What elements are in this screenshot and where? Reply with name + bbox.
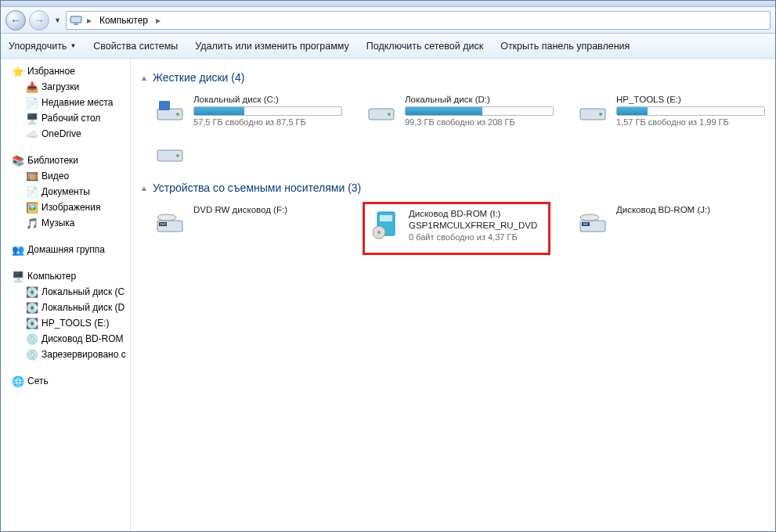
hdd-icon [366,95,397,126]
sidebar-item-video[interactable]: 🎞️Видео [1,168,130,184]
documents-icon: 📄 [26,185,38,198]
drive-e[interactable]: HP_TOOLS (E:) 1,57 ГБ свободно из 1,99 Г… [574,92,762,130]
drive-body: Дисковод BD-ROM (J:) [616,205,759,217]
svg-rect-3 [159,101,170,110]
explorer-window: ← → ▼ ▸ Компьютер ▸ Упорядочить▼ Свойств… [0,0,776,532]
drive-bd-i[interactable]: Дисковод BD-ROM (I:) GSP1RMCULXFRER_RU_D… [363,202,550,255]
toolbar: Упорядочить▼ Свойства системы Удалить ил… [1,34,775,59]
toolbar-label: Удалить или изменить программу [195,41,349,52]
hdd-icon: 💽 [26,317,38,329]
tree-group-homegroup: 👥 Домашняя группа [1,242,130,257]
open-control-panel-button[interactable]: Открыть панель управления [500,41,630,52]
forward-button[interactable]: → [29,10,49,31]
sidebar-item-music[interactable]: 🎵Музыка [1,215,130,231]
map-network-drive-button[interactable]: Подключить сетевой диск [366,41,483,52]
network-header[interactable]: 🌐 Сеть [1,373,130,389]
tree-label: Домашняя группа [27,244,105,255]
bd-drive-icon: BD [577,205,608,236]
section-label: Жесткие диски (4) [153,71,245,84]
libraries-header[interactable]: 📚 Библиотеки [1,153,130,168]
drive-d[interactable]: Локальный диск (D:) 99,3 ГБ свободно из … [363,92,550,130]
svg-rect-0 [70,16,81,23]
sidebar-item-drive-e[interactable]: 💽HP_TOOLS (E:) [1,315,130,331]
drive-c[interactable]: Локальный диск (C:) 57,5 ГБ свободно из … [151,92,339,130]
drive-dvd-f[interactable]: DVD DVD RW дисковод (F:) [151,202,339,255]
sidebar: ⭐ Избранное 📥Загрузки 📄Недавние места 🖥️… [1,59,131,531]
section-removable[interactable]: ▲ Устройства со съемными носителями (3) [140,182,766,194]
breadcrumb-item[interactable]: Компьютер [96,13,151,27]
svg-text:DVD: DVD [160,222,167,226]
svg-point-8 [599,113,602,116]
drive-name: HP_TOOLS (E:) [616,95,765,104]
breadcrumb-sep: ▸ [154,15,162,26]
drive-status: 1,57 ГБ свободно из 1,99 ГБ [616,117,765,127]
hdd-icon: 💽 [26,301,38,314]
content-pane: ▲ Жесткие диски (4) Локальный диск (C:) … [131,59,775,531]
organize-button[interactable]: Упорядочить▼ [9,41,76,52]
tree-label: Локальный диск (D [42,302,125,313]
homegroup-header[interactable]: 👥 Домашняя группа [1,242,130,257]
uninstall-program-button[interactable]: Удалить или изменить программу [195,41,349,52]
drive-name: DVD RW дисковод (F:) [193,205,336,214]
svg-rect-1 [74,23,78,25]
toolbar-label: Открыть панель управления [500,41,630,52]
sidebar-item-drive-d[interactable]: 💽Локальный диск (D [1,300,130,315]
address-bar[interactable]: ▸ Компьютер ▸ [66,11,771,30]
sidebar-item-documents[interactable]: 📄Документы [1,184,130,200]
hdd-icon [154,136,186,167]
sidebar-item-reserved[interactable]: 💿Зарезервировано с [1,347,130,362]
sidebar-item-desktop[interactable]: 🖥️Рабочий стол [1,110,130,126]
back-button[interactable]: ← [5,10,26,31]
tree-label: Компьютер [27,271,76,282]
titlebar [1,1,775,7]
drive-body: DVD RW дисковод (F:) [193,205,336,217]
favorites-header[interactable]: ⭐ Избранное [1,63,130,79]
sidebar-item-recent[interactable]: 📄Недавние места [1,95,130,110]
sidebar-item-downloads[interactable]: 📥Загрузки [1,79,130,95]
onedrive-icon: ☁️ [26,128,38,140]
drive-body: HP_TOOLS (E:) 1,57 ГБ свободно из 1,99 Г… [616,95,765,127]
tree-group-computer: 🖥️ Компьютер 💽Локальный диск (C 💽Локальн… [1,268,130,362]
hdd-icon [154,95,186,126]
history-dropdown[interactable]: ▼ [52,16,63,24]
drive-status: 99,3 ГБ свободно из 208 ГБ [405,117,554,127]
video-icon: 🎞️ [26,170,38,182]
star-icon: ⭐ [12,65,24,77]
tree-label: Зарезервировано с [42,349,126,360]
tree-label: Загрузки [42,81,79,92]
drive-body: Локальный диск (D:) 99,3 ГБ свободно из … [405,95,554,127]
toolbar-label: Упорядочить [9,41,67,52]
sidebar-item-bd-rom[interactable]: 💿Дисковод BD-ROM [1,331,130,347]
svg-point-10 [176,154,179,157]
drive-bd-j[interactable]: BD Дисковод BD-ROM (J:) [574,202,762,255]
collapse-icon: ▲ [140,74,148,82]
tree-label: Недавние места [42,97,113,108]
dvd-drive-icon: DVD [154,205,186,236]
bd-icon: 💿 [26,332,38,345]
drive-name: Дисковод BD-ROM (I:) [409,209,543,218]
chevron-down-icon: ▼ [70,42,76,49]
drive-name: Дисковод BD-ROM (J:) [616,205,759,214]
tree-group-favorites: ⭐ Избранное 📥Загрузки 📄Недавние места 🖥️… [1,63,130,142]
drive-status: 0 байт свободно из 4,37 ГБ [409,232,543,242]
tree-group-libraries: 📚 Библиотеки 🎞️Видео 📄Документы 🖼️Изобра… [1,153,130,231]
capacity-bar-fill [406,107,482,115]
drive-extra[interactable] [151,133,182,171]
svg-point-12 [157,214,176,221]
homegroup-icon: 👥 [12,243,24,256]
capacity-bar [193,106,342,116]
sidebar-item-pictures[interactable]: 🖼️Изображения [1,200,130,215]
hdd-icon [577,95,608,126]
drive-name: Локальный диск (D:) [405,95,554,104]
sidebar-item-drive-c[interactable]: 💽Локальный диск (C [1,284,130,300]
body: ⭐ Избранное 📥Загрузки 📄Недавние места 🖥️… [1,59,775,531]
tree-label: Локальный диск (C [42,286,125,297]
sidebar-item-onedrive[interactable]: ☁️OneDrive [1,126,130,142]
tree-label: Изображения [42,202,100,213]
computer-header[interactable]: 🖥️ Компьютер [1,268,130,284]
tree-group-network: 🌐 Сеть [1,373,130,389]
system-properties-button[interactable]: Свойства системы [93,41,178,52]
drive-body: Локальный диск (C:) 57,5 ГБ свободно из … [193,95,342,127]
arrow-right-icon: → [34,14,45,27]
section-hard-drives[interactable]: ▲ Жесткие диски (4) [140,71,766,84]
